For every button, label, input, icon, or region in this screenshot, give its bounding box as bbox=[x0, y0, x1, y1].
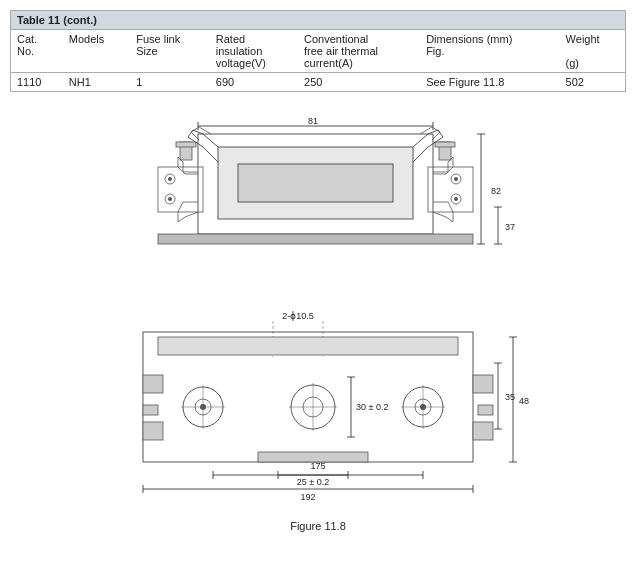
svg-text:25 ± 0.2: 25 ± 0.2 bbox=[297, 477, 329, 487]
svg-text:81: 81 bbox=[308, 116, 318, 126]
svg-point-9 bbox=[168, 177, 172, 181]
svg-text:2-ϕ10.5: 2-ϕ10.5 bbox=[282, 311, 314, 321]
svg-rect-52 bbox=[473, 375, 493, 393]
col-header-rated: Ratedinsulationvoltage(V) bbox=[210, 30, 298, 73]
svg-point-16 bbox=[454, 177, 458, 181]
col-header-conventional: Conventionalfree air thermalcurrent(A) bbox=[298, 30, 420, 73]
table-title: Table 11 (cont.) bbox=[11, 11, 625, 30]
cell-dimensions-fig: See Figure 11.8 bbox=[420, 73, 559, 92]
col-header-models: Models bbox=[63, 30, 130, 73]
svg-point-18 bbox=[454, 197, 458, 201]
cell-conventional-current: 250 bbox=[298, 73, 420, 92]
cell-cat-no: 1110 bbox=[11, 73, 63, 92]
svg-rect-49 bbox=[143, 375, 163, 393]
svg-rect-54 bbox=[473, 422, 493, 440]
svg-text:192: 192 bbox=[300, 492, 315, 502]
cell-fuse-link-size: 1 bbox=[130, 73, 210, 92]
svg-text:30 ± 0.2: 30 ± 0.2 bbox=[356, 402, 388, 412]
table-row: 1110 NH1 1 690 250 See Figure 11.8 502 bbox=[11, 73, 625, 92]
col-header-dimensions: Dimensions (mm)Fig. bbox=[420, 30, 559, 73]
cell-weight: 502 bbox=[560, 73, 625, 92]
svg-text:37: 37 bbox=[505, 222, 515, 232]
col-header-weight: Weight(g) bbox=[560, 30, 625, 73]
cell-models: NH1 bbox=[63, 73, 130, 92]
svg-rect-34 bbox=[158, 337, 458, 355]
col-header-fuse: Fuse linkSize bbox=[130, 30, 210, 73]
svg-rect-13 bbox=[176, 142, 196, 147]
diagram-container: 81 bbox=[10, 102, 626, 542]
svg-text:82: 82 bbox=[491, 186, 501, 196]
svg-rect-50 bbox=[143, 405, 158, 415]
bottom-elevation-diagram: 2-ϕ10.5 bbox=[103, 307, 533, 502]
svg-rect-21 bbox=[158, 234, 473, 244]
svg-text:48: 48 bbox=[519, 396, 529, 406]
svg-rect-6 bbox=[238, 164, 393, 202]
table-container: Table 11 (cont.) Cat.No. Models Fuse lin… bbox=[10, 10, 626, 92]
svg-text:35: 35 bbox=[505, 392, 515, 402]
figure-caption: Figure 11.8 bbox=[290, 520, 346, 532]
data-table: Cat.No. Models Fuse linkSize Ratedinsula… bbox=[11, 30, 625, 91]
svg-rect-20 bbox=[435, 142, 455, 147]
svg-rect-53 bbox=[478, 405, 493, 415]
svg-text:175: 175 bbox=[310, 461, 325, 471]
svg-rect-51 bbox=[143, 422, 163, 440]
front-elevation-diagram: 81 bbox=[103, 112, 533, 297]
col-header-cat: Cat.No. bbox=[11, 30, 63, 73]
svg-point-11 bbox=[168, 197, 172, 201]
cell-rated-voltage: 690 bbox=[210, 73, 298, 92]
